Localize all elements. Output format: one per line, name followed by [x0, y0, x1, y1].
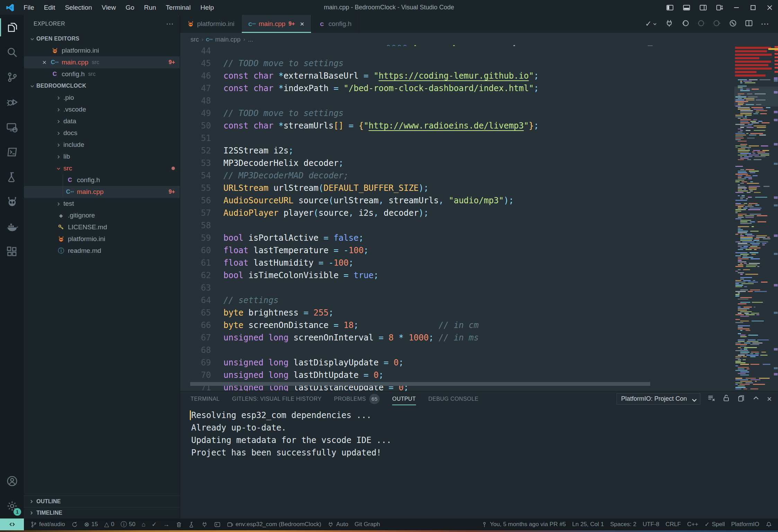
- status-15[interactable]: ⊗15: [81, 518, 101, 530]
- status-spaces-2[interactable]: Spaces: 2: [607, 518, 640, 530]
- activity-scm-icon[interactable]: [0, 65, 24, 90]
- pio-upload-plug-icon[interactable]: [665, 19, 673, 29]
- activity-gear-icon[interactable]: 1: [0, 494, 24, 518]
- panel-tab-debug-console[interactable]: DEBUG CONSOLE: [428, 391, 479, 406]
- code-line-52[interactable]: 52I2SStream i2s;: [180, 146, 734, 158]
- status-bell[interactable]: [762, 518, 775, 530]
- code-line-69[interactable]: 69unsigned long lastDisplayUpdate = 0;: [180, 358, 734, 370]
- minimap-viewport-slider[interactable]: [734, 87, 778, 106]
- menu-selection[interactable]: Selection: [61, 2, 96, 13]
- code-line-44[interactable]: 44: [180, 46, 734, 59]
- tree-folder-src[interactable]: src: [24, 162, 180, 174]
- menu-file[interactable]: File: [19, 2, 38, 13]
- status-check[interactable]: ✓: [149, 518, 160, 530]
- code-line-48[interactable]: 48: [180, 96, 734, 108]
- status-platformio[interactable]: PlatformIO: [728, 518, 762, 530]
- tree-file-config.h[interactable]: Cconfig.h: [24, 174, 180, 186]
- code-line-57[interactable]: 57AudioPlayer player(source, i2s, decode…: [180, 208, 734, 221]
- outline-section[interactable]: OUTLINE: [24, 496, 180, 507]
- code-line-62[interactable]: 62bool isTimeColonVisible = true;: [180, 271, 734, 283]
- output-channel-select[interactable]: PlatformIO: Project Con: [617, 393, 700, 405]
- activity-search-icon[interactable]: [0, 40, 24, 65]
- menu-view[interactable]: View: [98, 2, 120, 13]
- tree-file-readme.md[interactable]: ⓘreadme.md: [24, 245, 180, 257]
- tab-config.h[interactable]: Cconfig.h: [311, 15, 359, 33]
- horizontal-scrollbar[interactable]: [190, 382, 650, 386]
- unlock-scroll-icon[interactable]: [722, 394, 730, 404]
- status-feat-audio[interactable]: feat/audio: [27, 518, 68, 530]
- toggle-secondary-sidebar-icon[interactable]: [695, 0, 711, 15]
- menu-edit[interactable]: Edit: [40, 2, 60, 13]
- panel-tab-problems[interactable]: PROBLEMS65: [334, 391, 380, 406]
- code-line-46[interactable]: 46const char *externalBaseUrl = "https:/…: [180, 71, 734, 83]
- activity-explorer-icon[interactable]: [0, 15, 24, 40]
- close-tab-icon[interactable]: ×: [300, 20, 304, 28]
- customize-layout-icon[interactable]: [711, 0, 728, 15]
- code-line-65[interactable]: 65byte brightness = 255;: [180, 308, 734, 320]
- toggle-panel-icon[interactable]: [678, 0, 695, 15]
- panel-tab-gitlens-visual-file-history[interactable]: GITLENS: VISUAL FILE HISTORY: [232, 391, 321, 406]
- close-button[interactable]: [761, 0, 778, 15]
- status-50[interactable]: ⓘ50: [117, 518, 139, 530]
- code-line-53[interactable]: 53MP3DecoderHelix decoder;: [180, 158, 734, 171]
- panel-tab-terminal[interactable]: TERMINAL: [191, 391, 220, 406]
- tree-folder-lib[interactable]: lib: [24, 151, 180, 162]
- explorer-more-actions-icon[interactable]: ⋯: [166, 19, 174, 28]
- open-editor-platformio.ini[interactable]: platformio.ini: [24, 45, 180, 56]
- code-line-64[interactable]: 64// settings: [180, 295, 734, 308]
- status-env-esp32-com-bedroomclock-[interactable]: env:esp32_com (BedroomClock): [224, 518, 325, 530]
- activity-remote-icon[interactable]: [0, 115, 24, 140]
- open-output-in-editor-icon[interactable]: [737, 394, 745, 404]
- breadcrumb-item[interactable]: main.cpp: [215, 36, 240, 43]
- git-graph-circle-icon[interactable]: [729, 19, 737, 29]
- tree-file-LICENSE.md[interactable]: LICENSE.md: [24, 221, 180, 233]
- status-sync[interactable]: [68, 518, 81, 530]
- tree-folder-include[interactable]: include: [24, 139, 180, 151]
- nav-back-circle-icon[interactable]: [681, 19, 689, 29]
- tab-main.cpp[interactable]: C++main.cpp9+×: [242, 15, 312, 33]
- tree-folder-test[interactable]: test: [24, 198, 180, 210]
- code-line-70[interactable]: 70unsigned long lastDhtUpdate = 0;: [180, 370, 734, 383]
- status-ln-25-col-1[interactable]: Ln 25, Col 1: [569, 518, 607, 530]
- code-line-59[interactable]: 59bool isPortalActive = false;: [180, 233, 734, 246]
- code-line-49[interactable]: 49// TODO move to settings: [180, 108, 734, 121]
- code-line-68[interactable]: 68: [180, 345, 734, 358]
- toggle-sidebar-icon[interactable]: [662, 0, 678, 15]
- activity-extensions-icon[interactable]: [0, 239, 24, 264]
- code-line-55[interactable]: 55URLStream urlStream(DEFAULT_BUFFER_SIZ…: [180, 183, 734, 196]
- code-line-63[interactable]: 63: [180, 283, 734, 295]
- tree-folder-.pio[interactable]: .pio: [24, 92, 180, 104]
- menu-terminal[interactable]: Terminal: [162, 2, 195, 13]
- close-editor-icon[interactable]: ×: [40, 59, 49, 66]
- menu-help[interactable]: Help: [196, 2, 218, 13]
- maximize-panel-icon[interactable]: [752, 394, 760, 404]
- code-line-58[interactable]: 58: [180, 221, 734, 233]
- open-editor-main.cpp[interactable]: ×C++main.cppsrc9+: [24, 56, 180, 68]
- status-utf-8[interactable]: UTF-8: [639, 518, 662, 530]
- code-line-51[interactable]: 51: [180, 133, 734, 146]
- activity-terminal-icon[interactable]: [0, 140, 24, 165]
- code-line-66[interactable]: 66byte screenOnDistance = 18; // in cm: [180, 320, 734, 333]
- activity-debug-icon[interactable]: [0, 90, 24, 115]
- timeline-section[interactable]: TIMELINE: [24, 507, 180, 518]
- code-line-54[interactable]: 54// MP3DecoderMAD decoder;: [180, 171, 734, 183]
- remote-indicator[interactable]: [0, 518, 24, 530]
- code-line-61[interactable]: 61float lastHumidity = -100;: [180, 258, 734, 271]
- status-home[interactable]: ⌂: [139, 518, 149, 530]
- code-line-47[interactable]: 47const char *indexPath = "/bed-room-clo…: [180, 83, 734, 96]
- section-bedroomclock[interactable]: BEDROOMCLOCK: [24, 80, 180, 92]
- tree-folder-docs[interactable]: docs: [24, 127, 180, 139]
- status-you-5-months-ago-via-pr-5[interactable]: You, 5 months ago via PR #5: [478, 518, 569, 530]
- menu-run[interactable]: Run: [140, 2, 160, 13]
- code-line-50[interactable]: 50const char *streamUrls[] = {"http://ww…: [180, 121, 734, 133]
- panel-tab-output[interactable]: OUTPUT: [392, 391, 416, 406]
- status-crlf[interactable]: CRLF: [662, 518, 684, 530]
- breadcrumb-item[interactable]: ...: [248, 36, 253, 43]
- tree-folder-.vscode[interactable]: .vscode: [24, 104, 180, 115]
- breadcrumb-item[interactable]: src: [191, 36, 199, 43]
- more-actions-icon[interactable]: ⋯: [761, 19, 769, 29]
- output-console[interactable]: Resolving esp32_com dependencies ...Alre…: [180, 406, 778, 459]
- tree-file-platformio.ini[interactable]: platformio.ini: [24, 233, 180, 245]
- code-line-45[interactable]: 45// TODO move to settings: [180, 59, 734, 71]
- split-editor-icon[interactable]: [745, 19, 753, 29]
